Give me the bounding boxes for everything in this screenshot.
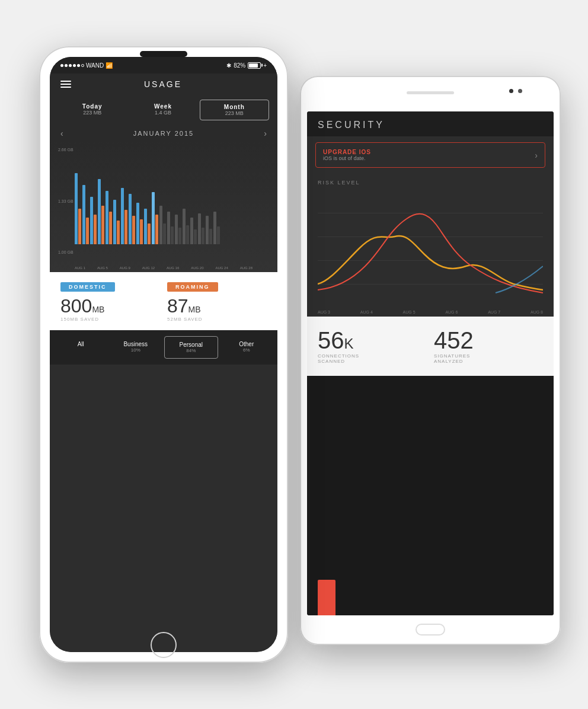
scene: WAND 📶 ✱ 82% + — [27, 28, 561, 681]
activity-bar — [318, 580, 335, 615]
iphone-notch — [140, 51, 187, 57]
android-device: SECURITY UPGRADE IOS iOS is out of date.… — [300, 76, 561, 645]
signatures-stat: 452 SIGNATURESANALYZED — [434, 328, 543, 364]
bar-group-5 — [106, 191, 112, 244]
risk-x-2: AUG 4 — [360, 310, 373, 314]
tab-personal-label: Personal — [167, 341, 215, 348]
bar-blue — [75, 173, 78, 244]
prev-arrow[interactable]: ‹ — [60, 129, 63, 138]
alert-arrow-icon: › — [535, 151, 538, 160]
bar-group-6 — [113, 200, 120, 244]
domestic-unit: MB — [92, 305, 104, 314]
bar-group-16 — [190, 218, 197, 244]
bar-group-9 — [136, 203, 143, 244]
chart-grid — [318, 189, 543, 308]
iphone-home-button[interactable] — [151, 632, 177, 658]
android-title: SECURITY — [318, 120, 543, 130]
usage-chart: 2.66 GB 1.33 GB 1.00 GB — [50, 142, 277, 272]
status-left: WAND 📶 — [60, 62, 113, 69]
iphone-screen: WAND 📶 ✱ 82% + — [50, 57, 277, 652]
battery-icon — [248, 62, 261, 69]
signal-dot-3 — [69, 64, 72, 67]
tab-month[interactable]: Month 223 MB — [200, 100, 269, 120]
bar-group-17 — [198, 213, 204, 244]
page-title: USAGE — [144, 79, 182, 89]
time-tabs: Today 223 MB Week 1.4 GB Month 223 MB — [50, 95, 277, 125]
tab-today[interactable]: Today 223 MB — [58, 100, 126, 120]
chart-nav: ‹ JANUARY 2015 › — [50, 125, 277, 142]
tab-all[interactable]: All — [55, 336, 107, 359]
connections-stat: 56K CONNECTIONSSCANNED — [318, 328, 427, 364]
tab-business[interactable]: Business 10% — [110, 336, 162, 359]
roaming-unit: MB — [188, 305, 201, 314]
android-bottom — [307, 376, 554, 615]
carrier-name: WAND — [86, 62, 104, 69]
x-label-2: AUG 5 — [97, 266, 108, 270]
android-home-button[interactable] — [416, 624, 445, 635]
domestic-block: DOMESTIC 800MB 150MB SAVED — [60, 280, 160, 322]
alert-title: UPGRADE IOS — [323, 149, 371, 155]
bar-group-8 — [129, 194, 135, 244]
bars-container — [58, 146, 269, 256]
wifi-icon: 📶 — [106, 62, 113, 69]
tab-month-value: 223 MB — [203, 110, 266, 116]
y-label-mid: 1.33 GB — [58, 199, 74, 203]
tab-personal-pct: 84% — [167, 348, 215, 353]
iphone-device: WAND 📶 ✱ 82% + — [39, 46, 288, 663]
menu-button[interactable] — [60, 81, 71, 88]
grid-line-1 — [318, 213, 543, 213]
tab-today-value: 223 MB — [60, 110, 124, 116]
connections-number: 56K — [318, 328, 427, 352]
y-axis-labels: 2.66 GB 1.33 GB 1.00 GB — [58, 148, 74, 254]
x-label-6: AUG 20 — [191, 266, 203, 270]
status-right: ✱ 82% + — [226, 62, 267, 69]
android-screen-area: SECURITY UPGRADE IOS iOS is out of date.… — [307, 111, 554, 615]
signal-dot-4 — [73, 64, 76, 67]
status-bar: WAND 📶 ✱ 82% + — [50, 57, 277, 74]
signal-dot-5 — [77, 64, 80, 67]
android-header: SECURITY — [307, 111, 554, 136]
chart-period: JANUARY 2015 — [133, 130, 194, 137]
android-camera-2 — [518, 89, 522, 93]
roaming-amount: 87 — [167, 295, 188, 317]
bar-group-1 — [75, 173, 81, 244]
bar-group-2 — [82, 185, 89, 244]
grid-line-2 — [318, 237, 543, 237]
roaming-amount-row: 87MB — [167, 296, 267, 315]
alert-subtitle: iOS is out of date. — [323, 155, 371, 161]
bar-group-12 — [159, 206, 166, 244]
risk-x-5: AUG 7 — [488, 310, 500, 314]
signal-dot-2 — [65, 64, 68, 67]
risk-x-3: AUG 5 — [403, 310, 416, 314]
tab-business-label: Business — [112, 341, 160, 347]
x-label-8: AUG 28 — [240, 266, 253, 270]
battery-fill — [249, 63, 258, 68]
tab-week-value: 1.4 GB — [131, 110, 194, 116]
roaming-badge: ROAMING — [167, 282, 218, 292]
domestic-amount-row: 800MB — [60, 296, 160, 315]
next-arrow[interactable]: › — [264, 129, 267, 138]
x-label-1: AUG 1 — [75, 266, 85, 270]
tab-other[interactable]: Other 6% — [220, 336, 273, 359]
bar-group-15 — [183, 209, 189, 244]
signal-dot-6 — [81, 64, 84, 67]
android-screen: SECURITY UPGRADE IOS iOS is out of date.… — [307, 111, 554, 615]
security-alert[interactable]: UPGRADE IOS iOS is out of date. › — [315, 142, 545, 168]
bar-orange — [78, 209, 81, 244]
tab-personal[interactable]: Personal 84% — [164, 336, 218, 359]
x-axis-labels: AUG 1 AUG 5 AUG 9 AUG 12 AUG 16 AUG 20 A… — [58, 266, 269, 270]
app-header: USAGE — [50, 74, 277, 95]
tab-month-label: Month — [203, 104, 266, 110]
x-label-7: AUG 24 — [215, 266, 228, 270]
tab-today-label: Today — [60, 103, 124, 110]
charging-icon: + — [263, 62, 267, 69]
alert-text: UPGRADE IOS iOS is out of date. — [323, 149, 371, 161]
risk-x-6: AUG 8 — [531, 310, 543, 314]
bar-group-10 — [144, 209, 151, 244]
tab-all-label: All — [57, 341, 105, 347]
tab-week[interactable]: Week 1.4 GB — [129, 100, 197, 120]
grid-line-3 — [318, 260, 543, 261]
tab-other-pct: 6% — [223, 347, 271, 353]
signal-dot-1 — [60, 64, 63, 67]
usage-summary: DOMESTIC 800MB 150MB SAVED ROAMING 87MB … — [50, 272, 277, 330]
